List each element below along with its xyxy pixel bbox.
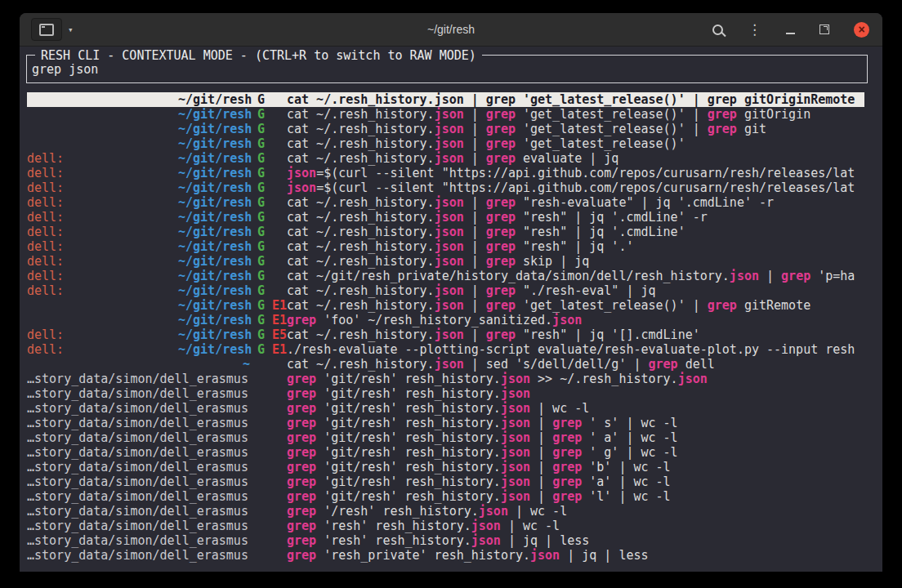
row-directory: ~/git/resh [178, 195, 250, 210]
row-directory: ~/git/resh [178, 136, 250, 151]
row-command: grep 'git/resh' resh_history.json | grep… [287, 489, 671, 504]
history-row[interactable]: dell:~/git/resh Gcat ~/.resh_history.jso… [27, 210, 864, 225]
row-command: cat ~/.resh_history.json | grep "resh" |… [287, 225, 685, 239]
history-row[interactable]: dell:~/git/resh Gcat ~/.resh_history.jso… [27, 195, 864, 210]
row-directory: ~/git/resh [178, 342, 250, 357]
minimize-button[interactable] [786, 33, 795, 34]
history-row[interactable]: dell:~/git/resh Gcat ~/.resh_history.jso… [27, 151, 864, 166]
history-row[interactable]: dell:~/git/resh Gcat ~/.resh_history.jso… [27, 225, 864, 239]
history-row[interactable]: ~/git/resh Gcat ~/.resh_history.json | g… [27, 92, 864, 107]
row-flags: G [250, 166, 287, 180]
row-host: dell: [27, 166, 178, 180]
row-directory: ~/git/resh [178, 92, 250, 107]
row-directory: ~/git/resh [178, 166, 250, 180]
row-command: grep 'resh' resh_history.json | wc -l [287, 519, 560, 533]
row-host: …story_data/simon/dell_erasmus [27, 533, 178, 548]
row-host: dell: [27, 254, 178, 269]
row-command: cat ~/.resh_history.json | grep 'get_lat… [287, 298, 810, 313]
history-row[interactable]: dell:~/git/resh Gcat ~/.resh_history.jso… [27, 254, 864, 269]
row-command: grep 'resh_private' resh_history.json | … [287, 548, 649, 563]
row-flags: G [250, 225, 287, 239]
row-flags: G [250, 210, 287, 225]
history-list: ~/git/resh Gcat ~/.resh_history.json | g… [20, 92, 882, 563]
row-flags: G E1 [250, 298, 287, 313]
row-command: cat ~/.resh_history.json | grep 'get_lat… [287, 107, 810, 122]
row-host: …story_data/simon/dell_erasmus [27, 430, 178, 445]
history-row[interactable]: dell:~/git/resh Gcat ~/git/resh_private/… [27, 269, 864, 283]
history-row[interactable]: …story_data/simon/dell_erasmusgrep 'resh… [27, 533, 864, 548]
row-flags: G [250, 180, 287, 195]
row-host: …story_data/simon/dell_erasmus [27, 548, 178, 563]
row-flags: G E1 [250, 342, 287, 357]
history-row[interactable]: …story_data/simon/dell_erasmusgrep 'git/… [27, 386, 864, 401]
history-row[interactable]: …story_data/simon/dell_erasmusgrep 'git/… [27, 445, 864, 460]
history-row[interactable]: dell:~/git/resh Gjson=$(curl --silent "h… [27, 180, 864, 195]
row-directory: ~/git/resh [178, 122, 250, 136]
row-host: …story_data/simon/dell_erasmus [27, 372, 178, 386]
row-host: dell: [27, 283, 178, 298]
history-row[interactable]: …story_data/simon/dell_erasmusgrep 'resh… [27, 519, 864, 533]
row-host: dell: [27, 269, 178, 283]
search-query-input[interactable]: grep json [32, 62, 860, 77]
history-row[interactable]: ~/git/resh Gcat ~/.resh_history.json | g… [27, 122, 864, 136]
row-directory: ~/git/resh [178, 327, 250, 342]
search-icon[interactable] [712, 24, 723, 35]
row-directory: ~/git/resh [178, 298, 250, 313]
row-command: grep 'git/resh' resh_history.json | grep… [287, 460, 671, 474]
history-row[interactable]: …story_data/simon/dell_erasmusgrep '/res… [27, 504, 864, 519]
history-row[interactable]: dell:~/git/resh Gcat ~/.resh_history.jso… [27, 283, 864, 298]
row-host: …story_data/simon/dell_erasmus [27, 386, 178, 401]
row-command: grep 'foo' ~/resh_history_sanitized.json [287, 313, 582, 327]
row-flags: G [250, 283, 287, 298]
row-command: cat ~/.resh_history.json | grep "resh" |… [287, 210, 708, 225]
history-row[interactable]: dell:~/git/resh Gjson=$(curl --silent "h… [27, 166, 864, 180]
history-row[interactable]: ~/git/resh G E1cat ~/.resh_history.json … [27, 298, 864, 313]
row-host: …story_data/simon/dell_erasmus [27, 489, 178, 504]
row-command: cat ~/git/resh_private/history_data/simo… [287, 269, 855, 283]
row-command: grep 'git/resh' resh_history.json >> ~/.… [287, 372, 708, 386]
titlebar-right-controls: ⋮ × [712, 22, 882, 38]
row-host: dell: [27, 195, 178, 210]
history-row[interactable]: …story_data/simon/dell_erasmusgrep 'git/… [27, 401, 864, 416]
close-button[interactable]: × [854, 22, 869, 38]
row-host: dell: [27, 225, 178, 239]
row-command: cat ~/.resh_history.json | sed 's/dell/d… [287, 357, 715, 372]
history-row[interactable]: dell:~/git/resh Gcat ~/.resh_history.jso… [27, 239, 864, 254]
row-command: json=$(curl --silent "https://api.github… [287, 166, 855, 180]
row-host: …story_data/simon/dell_erasmus [27, 519, 178, 533]
row-directory: ~/git/resh [178, 269, 250, 283]
history-row[interactable]: …story_data/simon/dell_erasmusgrep 'git/… [27, 430, 864, 445]
row-command: cat ~/.resh_history.json | grep "resh" |… [287, 239, 633, 254]
row-flags: G [250, 122, 287, 136]
row-flags: G [250, 136, 287, 151]
row-directory: ~/git/resh [178, 225, 250, 239]
mode-header: RESH CLI - CONTEXTUAL MODE - (CTRL+R to … [35, 48, 482, 63]
history-row[interactable]: …story_data/simon/dell_erasmusgrep 'resh… [27, 548, 864, 563]
history-row[interactable]: …story_data/simon/dell_erasmusgrep 'git/… [27, 489, 864, 504]
new-tab-button[interactable] [31, 18, 62, 41]
history-row[interactable]: ~/git/resh G E1grep 'foo' ~/resh_history… [27, 313, 864, 327]
resh-search-box: RESH CLI - CONTEXTUAL MODE - (CTRL+R to … [26, 55, 868, 83]
row-host: …story_data/simon/dell_erasmus [27, 460, 178, 474]
row-command: cat ~/.resh_history.json | grep 'get_lat… [287, 122, 766, 136]
chevron-down-icon[interactable]: ▾ [68, 24, 74, 35]
history-row[interactable]: …story_data/simon/dell_erasmusgrep 'git/… [27, 372, 864, 386]
titlebar-left-controls: ▾ [31, 18, 74, 41]
row-command: grep 'git/resh' resh_history.json | grep… [287, 445, 678, 460]
row-command: grep 'git/resh' resh_history.json | grep… [287, 474, 671, 489]
history-row[interactable]: …story_data/simon/dell_erasmusgrep 'git/… [27, 416, 864, 430]
terminal-content: RESH CLI - CONTEXTUAL MODE - (CTRL+R to … [20, 47, 882, 572]
row-command: grep 'git/resh' resh_history.json | wc -… [287, 401, 589, 416]
row-directory: ~/git/resh [178, 107, 250, 122]
history-row[interactable]: ~cat ~/.resh_history.json | sed 's/dell/… [27, 357, 864, 372]
history-row[interactable]: dell:~/git/resh G E5cat ~/.resh_history.… [27, 327, 864, 342]
history-row[interactable]: …story_data/simon/dell_erasmusgrep 'git/… [27, 460, 864, 474]
history-row[interactable]: …story_data/simon/dell_erasmusgrep 'git/… [27, 474, 864, 489]
history-row[interactable]: ~/git/resh Gcat ~/.resh_history.json | g… [27, 136, 864, 151]
kebab-menu-icon[interactable]: ⋮ [748, 23, 761, 37]
history-row[interactable]: dell:~/git/resh G E1./resh-evaluate --pl… [27, 342, 864, 357]
titlebar[interactable]: ▾ ~/git/resh ⋮ × [20, 13, 882, 47]
restore-button[interactable] [819, 24, 829, 34]
history-row[interactable]: ~/git/resh Gcat ~/.resh_history.json | g… [27, 107, 864, 122]
terminal-window: ▾ ~/git/resh ⋮ × RESH CLI - CONTEXTUAL M… [20, 13, 882, 572]
